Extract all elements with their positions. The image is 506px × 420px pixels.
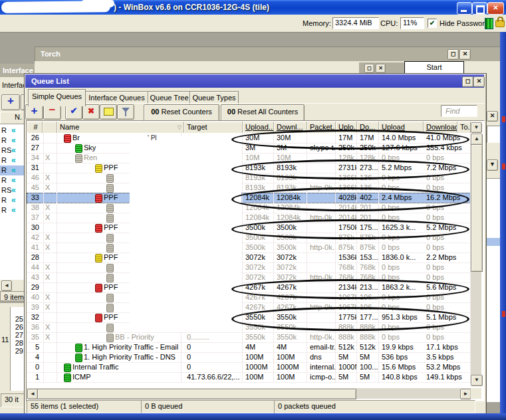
interface-row[interactable]: R« <box>0 126 24 136</box>
chevron-down-icon[interactable]: ▼ <box>487 159 498 171</box>
table-cell: 0 bps <box>379 213 426 223</box>
scroll-down-button[interactable]: ▼ <box>471 375 483 386</box>
table-row[interactable]: 34X10M10M128k128k0 bps0 bpsRen <box>27 153 471 163</box>
queue-icon-red <box>95 314 102 322</box>
table-row[interactable]: 45X8193k8193khttp-0k...1366k136...0 bps0… <box>27 183 471 193</box>
scroll-up-button[interactable]: ▲ <box>471 134 483 145</box>
table-cell: 0 bps <box>424 292 460 302</box>
table-cell <box>457 282 471 292</box>
background-selected-row <box>486 238 500 246</box>
add-queue-button[interactable]: + <box>25 104 43 120</box>
status-segment: 55 items (1 selected) <box>27 400 144 413</box>
interface-row[interactable]: R« <box>0 156 24 165</box>
queue-list-maximize-button[interactable]: ◻ <box>462 76 473 87</box>
table-row[interactable]: 318193k8193k2731k273...5.2 Mbps7.2 MbpsP… <box>27 163 471 173</box>
table-row[interactable]: 40X4267k4267k1067k106...0 bps0 bps <box>27 292 471 303</box>
interface-row[interactable]: RS« <box>0 146 24 156</box>
find-input[interactable] <box>441 105 477 117</box>
add-button[interactable]: + <box>1 94 20 110</box>
remove-queue-button[interactable]: − <box>43 104 61 120</box>
filter-button[interactable] <box>117 104 134 120</box>
table-row[interactable]: 323550k3550k1775k177...951.3 kbps5.1 Mbp… <box>27 312 471 323</box>
queue-list-close-button[interactable]: ✕ <box>473 76 485 87</box>
disable-button[interactable]: ✖ <box>82 104 100 120</box>
table-row[interactable]: 38X12084k12084k2014k201...0 bps0 bps <box>27 203 471 213</box>
table-row[interactable]: 43X3072k3072khttp-0k...768k768k0 bps0 bp… <box>27 272 471 283</box>
table-row[interactable]: 273M3Mskype-t...250k250k127.6 kbps355.4 … <box>27 143 471 154</box>
vertical-scroll-thumb[interactable] <box>471 144 483 272</box>
status-segment: 0 B queued <box>141 400 277 413</box>
queue-icon-gray <box>106 184 114 193</box>
table-cell: 0 bps <box>379 292 426 302</box>
maximize-icon[interactable]: ◻ <box>364 64 374 73</box>
table-cell <box>43 312 57 322</box>
table-row[interactable]: 294267k4267k2134k213...1863.2 k...5.6 Mb… <box>27 282 471 293</box>
side-label: 11 <box>1 336 9 344</box>
table-row[interactable]: 42X3500k3500k875k875k0 bps0 bps <box>27 233 471 243</box>
close-icon[interactable]: ✕ <box>487 111 498 122</box>
queue-icon-gray <box>106 214 114 223</box>
interface-row[interactable]: RS« <box>0 185 24 195</box>
table-row[interactable]: 283072k3072k1536k153...1836.0 k...2.2 Mb… <box>27 253 471 263</box>
tab-simple-queues[interactable]: Simple Queues <box>28 89 86 106</box>
list-item: 26 <box>11 323 23 331</box>
maximize-button[interactable] <box>472 2 487 15</box>
close-icon[interactable]: ✕ <box>376 64 386 73</box>
table-row[interactable]: 39X4267k4267khttp-0k...1067k106...0 bps0… <box>27 302 471 313</box>
table-cell: 12084k <box>243 203 274 213</box>
table-cell: 12084k <box>274 193 307 203</box>
torch-titlebar[interactable]: Torch ◻ ✕ <box>35 47 502 62</box>
interface-row[interactable]: R« <box>0 165 24 175</box>
table-row[interactable]: 40100M100Mdns5M5M536 bps3.5 kbps1. High … <box>27 352 471 363</box>
torch-close-button[interactable]: ✕ <box>459 49 471 60</box>
scroll-left-button[interactable]: ◄ <box>27 389 38 399</box>
hide-passwords-checkbox[interactable]: ✔ <box>428 19 437 28</box>
background-right-list <box>486 178 500 402</box>
table-row[interactable]: 41X3500k3500khttp-0k...875k875k0 bps0 bp… <box>27 243 471 253</box>
queue-list-titlebar[interactable]: Queue List <box>25 74 484 88</box>
table-cell: 888k <box>357 322 379 332</box>
table-row[interactable]: 303500k3500k1750k175...1625.3 k...5.2 Mb… <box>27 223 471 233</box>
table-row[interactable]: 2630M30M17M17M14.0 Mbps41.0 MbpsBr <box>27 133 471 144</box>
interface-row[interactable]: R« <box>0 175 24 185</box>
table-cell: 3072k <box>243 262 274 272</box>
scroll-left-button[interactable]: ◄ <box>1 280 12 291</box>
torch-maximize-button[interactable]: ◻ <box>447 49 459 60</box>
interface-row[interactable]: R« <box>0 195 24 205</box>
interface-flag: RS <box>1 186 11 194</box>
table-cell <box>43 193 57 203</box>
main-titlebar[interactable]: ) - WinBox v6.6 on CCR1036-12G-4S (tile)… <box>0 0 506 15</box>
table-row[interactable]: 44X3072k3072k768k768k0 bps0 bps <box>27 262 471 273</box>
table-row[interactable]: 504M4Memail-tr...512k512k19.9 kbps17.1 k… <box>27 342 471 353</box>
queue-icon-gray <box>106 274 114 282</box>
interface-row[interactable]: R« <box>0 136 24 146</box>
scroll-right-button[interactable]: ► <box>460 389 471 399</box>
table-cell: 250k <box>357 143 379 153</box>
table-cell: 3550k <box>274 332 307 342</box>
table-cell <box>457 243 471 253</box>
table-row[interactable]: 37X12084k12084khttp-0k...2014k201...0 bp… <box>27 213 471 223</box>
table-row[interactable]: 141.73.66.6/22,...100M100Micmp-o...5M5M1… <box>27 372 471 383</box>
reset-counters-button[interactable]: 00 Reset Counters <box>144 104 219 122</box>
reset-all-counters-button[interactable]: 00 Reset All Counters <box>221 104 305 122</box>
table-cell: 1 <box>27 372 44 382</box>
table-cell <box>457 203 471 213</box>
table-cell: 30 <box>27 223 44 233</box>
comment-button[interactable] <box>100 104 117 120</box>
table-cell <box>457 272 471 282</box>
background-input[interactable] <box>487 126 500 143</box>
interface-row[interactable]: R« <box>0 205 24 215</box>
interface-list-column-header[interactable]: N. <box>0 112 24 125</box>
table-row[interactable]: 001000M1000Minternal...1000M100...15.6 M… <box>27 362 471 373</box>
table-row[interactable]: 36X3550k3550k888k888k0 bps0 bps <box>27 322 471 333</box>
table-row[interactable]: 35X0.........3550k3550khttp-0k...888k888… <box>27 332 471 343</box>
interface-list-tab[interactable]: Interfac <box>2 81 24 89</box>
enable-button[interactable]: ✔ <box>65 104 82 120</box>
table-cell: 31 <box>27 163 44 173</box>
column-select-dropdown[interactable]: ▼ <box>471 122 482 133</box>
table-row[interactable]: 3312084k12084k4028k402...2.4 Mbps16.2 Mb… <box>27 193 471 203</box>
close-button[interactable]: ✕ <box>487 2 504 15</box>
minimize-button[interactable] <box>457 2 472 15</box>
table-row[interactable]: 46X8193k8193k1366k136...0 bps0 bps <box>27 173 471 183</box>
horizontal-scroll-thumb[interactable] <box>37 389 356 399</box>
